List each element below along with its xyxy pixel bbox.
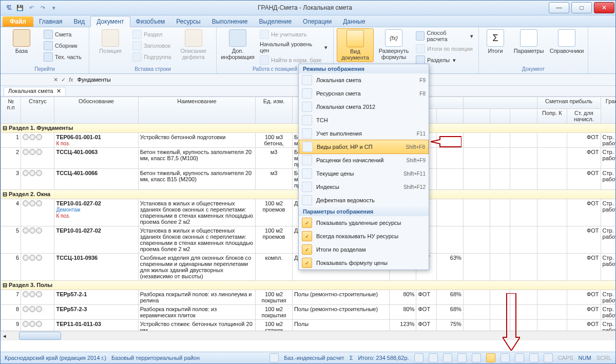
table-row[interactable]: 7ТЕРр57-2-1Разборка покрытий полов: из л… [1,290,616,305]
col-sp[interactable]: Сметная прибыль [537,97,601,109]
scrollbar-thumb[interactable] [19,332,61,340]
totals-button[interactable]: ΣИтоги [482,28,509,55]
tab-data[interactable]: Данные [337,16,371,27]
status-scrl: SCRL [596,355,611,361]
table-row[interactable]: 8ТЕРр57-2-3Разборка покрытий полов: из к… [1,305,616,320]
st-ic-6[interactable] [486,353,495,362]
annotation-arrow-right [431,136,461,148]
st-ic-9[interactable] [529,353,538,362]
menu-item-check[interactable]: ✓Показывать формулу цены [299,256,429,270]
window-controls: — □ ✕ [548,1,615,14]
menu-item[interactable]: Текущие ценыShift+F11 [299,167,429,180]
maximize-button[interactable]: □ [571,2,592,13]
qat-undo-icon[interactable]: ↶ [27,4,35,12]
close-button[interactable]: ✕ [594,2,614,13]
tab-resources[interactable]: Ресурсы [170,16,206,27]
menu-item[interactable]: Виды работ, НР и СПShift+F8 [299,140,429,154]
close-tab-icon[interactable]: ✕ [56,88,61,94]
col-popr[interactable]: Попр. К [537,109,567,124]
col-grafa[interactable]: Графа ОС [601,97,615,124]
menu-header-params: Параметры отображения [299,207,429,216]
fx-icon: {fx} [385,29,402,47]
st-ic-3[interactable] [443,353,452,362]
menu-item[interactable]: Локальная сметаF9 [299,73,429,87]
menu-item[interactable]: ТСН [299,113,429,127]
cancel-icon[interactable]: ✕ [53,76,58,83]
status-calc[interactable]: Баз.-индексный расчет [284,355,344,361]
tab-select[interactable]: Выделение [254,16,298,27]
st-ic-4[interactable] [457,353,467,362]
doc-tab-local[interactable]: Локальная смета✕ [4,87,66,95]
minimize-button[interactable]: — [549,2,569,13]
sbornik-button[interactable]: Сборник [42,41,84,51]
smeta-button[interactable]: Смета [42,29,84,40]
calc-icon [416,31,425,41]
st-ic-8[interactable] [515,353,524,362]
col-naim[interactable]: Наименование [138,97,255,124]
dopinfo-icon [229,29,246,47]
window-title: ГРАНД-Смета - Локальная смета [62,4,548,11]
menu-item[interactable]: Ресурсная сметаF8 [299,87,429,100]
doc-view-button[interactable]: Вид документа [337,28,374,62]
sigma-icon: Σ [487,29,504,47]
sbornik-icon [44,41,53,50]
menu-item[interactable]: Учет выполненияF11 [299,127,429,140]
pos-totals-button[interactable]: Итоги по позиции [414,44,475,54]
params-icon [520,29,537,47]
st-ic-10[interactable] [544,353,553,362]
menu-item[interactable]: ИндексыShift+F12 [299,180,429,194]
status-region[interactable]: Краснодарский край (редакция 2014 г.) [5,355,106,361]
tab-ops[interactable]: Операции [297,16,337,27]
status-district[interactable]: Базовый территориальный район [111,355,200,361]
tab-main[interactable]: Главная [33,16,68,27]
zagolovok-button[interactable]: Заголовок [130,41,174,51]
tab-exec[interactable]: Выполнение [206,16,254,27]
params-button[interactable]: Параметры [511,28,547,55]
sprav-button[interactable]: Справочники [549,28,585,55]
app-window: 🏗 💾 ↶ ↷ ▾ ГРАНД-Смета - Локальная смета … [0,0,616,364]
status-calc-icon[interactable] [270,353,279,362]
menu-item-check[interactable]: ✓Всегда показывать НУ ресурсы [299,229,429,243]
qat-logo-icon: 🏗 [5,4,13,12]
level-button[interactable]: Начальный уровень цен▾ [258,41,330,54]
menu-item[interactable]: Локальная смета 2012 [299,100,429,113]
col-nach[interactable]: Ст. для начисл. [567,109,601,124]
col-obos[interactable]: Обоснование [54,97,138,124]
qat-redo-icon[interactable]: ↷ [38,4,47,12]
menu-item[interactable]: Дефектная ведомость [299,194,429,207]
tab-document[interactable]: Документ [90,16,130,27]
tab-fiz[interactable]: Физобъем [130,16,171,27]
menu-item-check[interactable]: ✓Показывать удаленные ресурсы [299,216,429,229]
tab-file[interactable]: Файл [3,16,33,27]
razdel-button[interactable]: Раздел [130,29,174,40]
section-row[interactable]: ⊟ Раздел 3. Полы [1,281,616,290]
menu-item-check[interactable]: ✓Итоги по разделам [299,243,429,256]
expand-formulas-button[interactable]: {fx}Развернуть формулы [376,28,412,61]
st-ic-7[interactable] [500,353,510,362]
calc-method-button[interactable]: Способ расчета▾ [414,29,475,43]
fx-label[interactable]: fx [69,76,73,83]
col-baz[interactable] [463,97,537,109]
annotation-arrow-down [503,293,520,352]
dopinfo-button[interactable]: Доп. информация [220,28,256,61]
defect-button[interactable]: Описание дефекта [176,28,211,61]
baza-button[interactable]: База [4,28,40,55]
tab-view[interactable]: Вид [68,16,91,27]
menu-item[interactable]: Расценки без начисленийShift+F9 [299,154,429,167]
status-bar: Краснодарский край (редакция 2014 г.) Ба… [1,352,615,363]
col-ed[interactable]: Ед. изм. [256,97,293,124]
position-button[interactable]: Позиция [92,28,128,55]
neuch-button[interactable]: Не учитывать [258,29,330,40]
qat-save-icon[interactable]: 💾 [16,4,24,12]
podgruppa-button[interactable]: Подгруппа [130,52,174,62]
st-ic-2[interactable] [429,353,438,362]
col-num[interactable]: № п.п [1,97,21,124]
tech-button[interactable]: Тех. часть [42,52,84,62]
accept-icon[interactable]: ✓ [61,76,66,83]
qat-dropdown-icon[interactable]: ▾ [50,4,58,12]
status-total[interactable]: Итого: 234 588,62р. [358,355,409,361]
st-ic-5[interactable] [472,353,481,362]
h-scrollbar[interactable]: ◂ [1,331,615,340]
st-ic-1[interactable] [414,353,424,362]
col-status[interactable]: Статус [21,97,54,124]
